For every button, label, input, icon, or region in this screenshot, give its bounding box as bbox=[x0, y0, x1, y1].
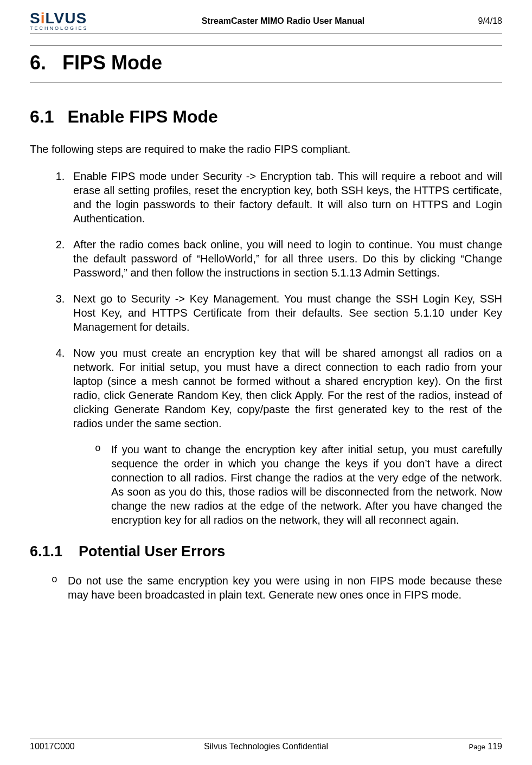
page-footer: 10017C000 Silvus Technologies Confidenti… bbox=[30, 738, 502, 751]
chapter-heading-container: 6.FIPS Mode bbox=[30, 46, 502, 82]
logo-text: SiLVUS bbox=[30, 11, 88, 26]
sub-bullet-item: If you want to change the encryption key… bbox=[95, 442, 502, 527]
logo-subtext: TECHNOLOGIES bbox=[30, 26, 88, 31]
step-text: Now you must create an encryption key th… bbox=[73, 347, 502, 429]
chapter-heading: 6.FIPS Mode bbox=[30, 52, 502, 74]
chapter-number: 6. bbox=[30, 52, 46, 74]
footer-confidential: Silvus Technologies Confidential bbox=[30, 742, 502, 751]
subsection-title: Potential User Errors bbox=[79, 543, 225, 560]
step-item: Enable FIPS mode under Security -> Encry… bbox=[68, 169, 502, 226]
subsection-number: 6.1.1 bbox=[30, 543, 62, 560]
step-item: Now you must create an encryption key th… bbox=[68, 346, 502, 527]
document-title: StreamCaster MIMO Radio User Manual bbox=[88, 16, 478, 26]
chapter-title: FIPS Mode bbox=[62, 52, 162, 74]
section-number: 6.1 bbox=[30, 107, 54, 127]
section-title: Enable FIPS Mode bbox=[67, 107, 217, 126]
company-logo: SiLVUS TECHNOLOGIES bbox=[30, 11, 88, 31]
step-item: Next go to Security -> Key Management. Y… bbox=[68, 292, 502, 334]
intro-paragraph: The following steps are required to make… bbox=[30, 143, 502, 156]
page-header: SiLVUS TECHNOLOGIES StreamCaster MIMO Ra… bbox=[30, 11, 502, 34]
document-page: SiLVUS TECHNOLOGIES StreamCaster MIMO Ra… bbox=[0, 0, 532, 765]
section-heading: 6.1Enable FIPS Mode bbox=[30, 107, 502, 127]
numbered-steps: Enable FIPS mode under Security -> Encry… bbox=[30, 169, 502, 527]
step-item: After the radio comes back online, you w… bbox=[68, 237, 502, 280]
document-date: 9/4/18 bbox=[478, 16, 502, 26]
error-list: Do not use the same encryption key you w… bbox=[30, 574, 502, 602]
logo-part: S bbox=[30, 10, 41, 27]
subsection-heading: 6.1.1Potential User Errors bbox=[30, 543, 502, 560]
error-item: Do not use the same encryption key you w… bbox=[52, 574, 502, 602]
sub-bullet-list: If you want to change the encryption key… bbox=[73, 442, 502, 527]
logo-part: LVUS bbox=[45, 10, 87, 27]
